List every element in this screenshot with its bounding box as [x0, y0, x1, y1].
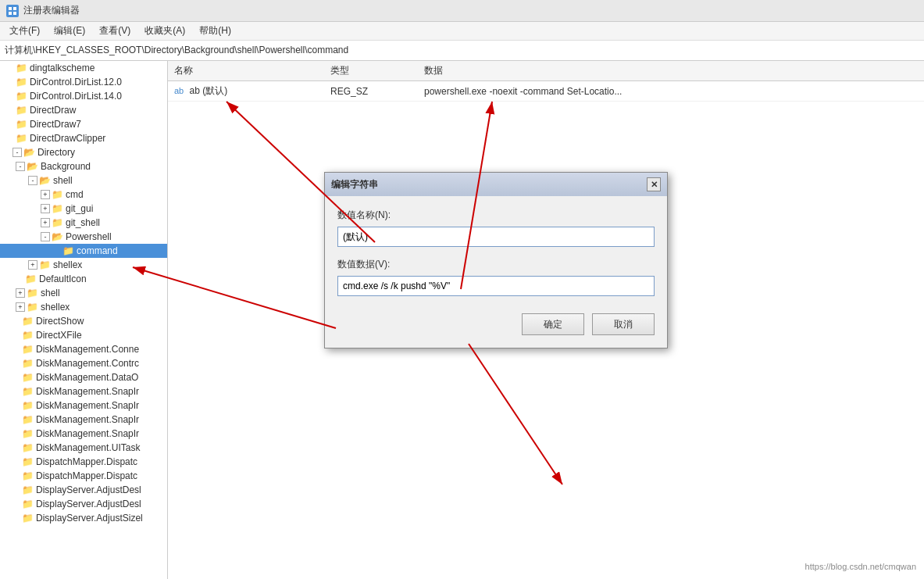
- menu-favorites[interactable]: 收藏夹(A): [138, 23, 191, 39]
- tree-item-shellex2[interactable]: + 📁 shellex: [0, 300, 167, 314]
- table-row[interactable]: ab ab (默认) REG_SZ powershell.exe -noexit…: [168, 81, 924, 102]
- svg-rect-0: [9, 7, 12, 10]
- tree-item-cmd[interactable]: + 📁 cmd: [0, 188, 167, 202]
- folder-icon: 📁: [22, 358, 34, 369]
- folder-icon: 📁: [27, 288, 38, 298]
- tree-label: DispatchMapper.Dispatc: [36, 456, 137, 467]
- address-path: 计算机\HKEY_CLASSES_ROOT\Directory\Backgrou…: [5, 44, 348, 57]
- tree-label: DiskManagement.SnapIr: [36, 414, 139, 425]
- tree-label: git_shell: [66, 217, 100, 228]
- folder-icon: 📁: [52, 203, 63, 214]
- tree-item-shell2[interactable]: + 📁 shell: [0, 286, 167, 300]
- folder-icon: 📁: [62, 245, 74, 256]
- data-input[interactable]: [337, 276, 655, 296]
- address-bar: 计算机\HKEY_CLASSES_ROOT\Directory\Backgrou…: [0, 41, 924, 61]
- tree-item-diskmgmt6[interactable]: 📁 DiskManagement.SnapIr: [0, 413, 167, 427]
- row-name-text: ab (默认): [190, 85, 228, 96]
- col-type-header: 类型: [330, 64, 424, 77]
- tree-item-dispatch1[interactable]: 📁 DispatchMapper.Dispatc: [0, 455, 167, 469]
- tree-label: DirectDrawClipper: [30, 133, 105, 144]
- tree-label: DirectShow: [36, 316, 84, 327]
- row-type: REG_SZ: [330, 86, 424, 97]
- tree-label: DiskManagement.UITask: [36, 442, 140, 453]
- tree-item-background[interactable]: - 📂 Background: [0, 159, 167, 173]
- dialog-title-bar: 编辑字符串 ✕: [325, 173, 667, 196]
- expand-git-gui[interactable]: +: [41, 204, 50, 213]
- tree-item-diskmgmt7[interactable]: 📁 DiskManagement.SnapIr: [0, 427, 167, 441]
- tree-item-directxfile[interactable]: 📁 DirectXFile: [0, 328, 167, 342]
- tree-item-directdraw[interactable]: 📁 DirectDraw: [0, 103, 167, 117]
- folder-icon: 📁: [22, 456, 34, 467]
- tree-label: DirectXFile: [36, 330, 82, 341]
- expand-background[interactable]: -: [16, 162, 25, 171]
- folder-icon: 📁: [22, 428, 34, 439]
- tree-item-directory[interactable]: - 📂 Directory: [0, 145, 167, 159]
- tree-item-directdrawclipper[interactable]: 📁 DirectDrawClipper: [0, 131, 167, 145]
- menu-bar: 文件(F) 编辑(E) 查看(V) 收藏夹(A) 帮助(H): [0, 22, 924, 41]
- tree-panel[interactable]: 📁 dingtalkscheme 📁 DirControl.DirList.12…: [0, 61, 168, 579]
- tree-label: command: [77, 245, 118, 256]
- reg-value-icon: ab: [174, 86, 184, 95]
- tree-item-directshow[interactable]: 📁 DirectShow: [0, 314, 167, 328]
- tree-item-diskmgmt1[interactable]: 📁 DiskManagement.Conne: [0, 342, 167, 356]
- expand-directory[interactable]: -: [12, 148, 22, 157]
- tree-item-shellex[interactable]: + 📁 shellex: [0, 258, 167, 272]
- dialog-close-button[interactable]: ✕: [647, 177, 661, 191]
- menu-view[interactable]: 查看(V): [93, 23, 137, 39]
- tree-item-git-shell[interactable]: + 📁 git_shell: [0, 216, 167, 230]
- tree-label: DirectDraw: [30, 105, 76, 116]
- tree-item-dingtalkscheme[interactable]: 📁 dingtalkscheme: [0, 61, 167, 75]
- tree-item-diskmgmt2[interactable]: 📁 DiskManagement.Contrc: [0, 356, 167, 370]
- dialog-buttons: 确定 取消: [337, 313, 655, 335]
- tree-label: DiskManagement.Conne: [36, 344, 139, 355]
- menu-file[interactable]: 文件(F): [3, 23, 46, 39]
- confirm-button[interactable]: 确定: [522, 313, 584, 335]
- tree-label: DiskManagement.Contrc: [36, 358, 139, 369]
- cancel-button[interactable]: 取消: [592, 313, 655, 335]
- folder-open-icon: 📂: [23, 147, 35, 158]
- tree-item-dispatch2[interactable]: 📁 DispatchMapper.Dispatc: [0, 469, 167, 483]
- expand-cmd[interactable]: +: [41, 190, 50, 199]
- tree-item-defaulticon[interactable]: 📁 DefaultIcon: [0, 272, 167, 286]
- folder-icon: 📁: [16, 63, 27, 73]
- name-input[interactable]: [337, 227, 655, 247]
- tree-item-display2[interactable]: 📁 DisplayServer.AdjustDesl: [0, 497, 167, 511]
- tree-item-command[interactable]: 📁 command: [0, 244, 167, 258]
- expand-git-shell[interactable]: +: [41, 218, 50, 227]
- tree-item-shell[interactable]: - 📂 shell: [0, 173, 167, 188]
- table-header: 名称 类型 数据: [168, 61, 924, 81]
- tree-item-display3[interactable]: 📁 DisplayServer.AdjustSizel: [0, 511, 167, 525]
- tree-label: DisplayServer.AdjustDesl: [36, 499, 141, 509]
- expand-shellex2[interactable]: +: [16, 302, 25, 312]
- folder-icon: 📁: [16, 119, 27, 130]
- folder-icon: 📁: [16, 133, 27, 144]
- tree-item-powershell[interactable]: - 📂 Powershell: [0, 230, 167, 244]
- expand-shell[interactable]: -: [28, 176, 37, 185]
- edit-string-dialog: 编辑字符串 ✕ 数值名称(N): 数值数据(V): 确定 取消: [324, 172, 668, 348]
- tree-item-diskmgmt4[interactable]: 📁 DiskManagement.SnapIr: [0, 384, 167, 399]
- expand-shell2[interactable]: +: [16, 288, 25, 298]
- menu-help[interactable]: 帮助(H): [193, 23, 237, 39]
- folder-icon: 📁: [22, 513, 34, 524]
- tree-label: Directory: [37, 147, 75, 158]
- title-bar: 注册表编辑器: [0, 0, 924, 22]
- tree-item-diskmgmt5[interactable]: 📁 DiskManagement.SnapIr: [0, 399, 167, 413]
- folder-icon: 📁: [27, 302, 38, 313]
- menu-edit[interactable]: 编辑(E): [48, 23, 91, 39]
- tree-label: DefaultIcon: [39, 273, 87, 284]
- tree-label: DiskManagement.SnapIr: [36, 386, 139, 397]
- folder-icon: 📁: [16, 91, 27, 102]
- tree-item-display1[interactable]: 📁 DisplayServer.AdjustDesl: [0, 483, 167, 497]
- tree-item-directdraw7[interactable]: 📁 DirectDraw7: [0, 117, 167, 131]
- folder-icon: 📁: [22, 400, 34, 411]
- expand-powershell[interactable]: -: [41, 232, 50, 241]
- tree-item-dircontrol12[interactable]: 📁 DirControl.DirList.12.0: [0, 75, 167, 89]
- svg-rect-2: [9, 12, 12, 15]
- tree-label: dingtalkscheme: [30, 63, 95, 73]
- expand-shellex[interactable]: +: [28, 260, 37, 270]
- tree-item-dircontrol14[interactable]: 📁 DirControl.DirList.14.0: [0, 89, 167, 103]
- tree-label: DiskManagement.SnapIr: [36, 428, 139, 439]
- tree-item-diskmgmt3[interactable]: 📁 DiskManagement.DataO: [0, 370, 167, 384]
- tree-item-git-gui[interactable]: + 📁 git_gui: [0, 202, 167, 216]
- tree-item-diskmgmt8[interactable]: 📁 DiskManagement.UITask: [0, 441, 167, 455]
